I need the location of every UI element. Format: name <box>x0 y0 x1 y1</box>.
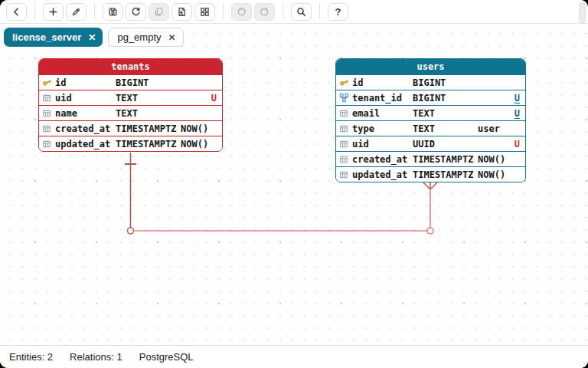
column-icon <box>42 94 51 103</box>
undo-icon <box>237 7 247 17</box>
column-row-tenants-updated_at[interactable]: updated_atTIMESTAMPTZNOW() <box>39 136 222 151</box>
toolbar: ? <box>0 0 588 24</box>
entity-header-tenants[interactable]: tenants <box>39 59 222 74</box>
toolbar-back-button[interactable] <box>6 3 27 21</box>
column-name: created_at <box>352 154 413 165</box>
toolbar-edit-button[interactable] <box>66 3 87 21</box>
column-icon <box>339 109 348 118</box>
toolbar-copy-button[interactable] <box>149 3 169 21</box>
column-type: TIMESTAMPTZ <box>116 123 181 134</box>
refresh-icon <box>131 7 141 17</box>
column-row-tenants-created_at[interactable]: created_atTIMESTAMPTZNOW() <box>39 120 222 136</box>
file-text-icon <box>177 7 187 17</box>
column-row-tenants-name[interactable]: nameTEXT <box>39 105 222 120</box>
status-dialect: PostgreSQL <box>139 351 194 363</box>
column-icon-cell <box>42 140 55 149</box>
column-icon <box>42 140 51 149</box>
column-default: user <box>478 123 500 134</box>
column-type: TIMESTAMPTZ <box>116 139 181 150</box>
tab-label: license_server <box>12 31 81 43</box>
column-row-users-updated_at[interactable]: updated_atTIMESTAMPTZNOW() <box>336 166 525 182</box>
column-type: TEXT <box>116 108 181 119</box>
entity-tenants[interactable]: tenantsidBIGINTuidTEXTUnameTEXTcreated_a… <box>38 58 223 152</box>
toolbar-group <box>43 3 87 21</box>
column-index-marker: U <box>514 108 520 119</box>
column-icon-cell <box>42 77 55 87</box>
toolbar-undo-button[interactable] <box>231 3 252 21</box>
column-row-users-tenant_id[interactable]: tenant_idBIGINTU <box>336 90 525 105</box>
column-name: type <box>352 123 413 134</box>
toolbar-group <box>231 3 275 21</box>
toolbar-refresh-button[interactable] <box>126 3 146 21</box>
column-icon-cell <box>339 140 352 149</box>
column-icon-cell <box>42 109 55 118</box>
column-default: NOW() <box>478 154 505 165</box>
column-row-tenants-id[interactable]: idBIGINT <box>39 74 222 90</box>
vertical-scrollbar-thumb[interactable] <box>579 2 586 23</box>
column-name: created_at <box>55 123 116 134</box>
entity-header-users[interactable]: users <box>336 59 525 74</box>
column-type: TIMESTAMPTZ <box>413 154 478 165</box>
redo-icon <box>260 7 270 17</box>
toolbar-group <box>103 3 215 21</box>
column-row-users-uid[interactable]: uidUUIDU <box>336 136 525 151</box>
toolbar-separator <box>94 4 95 19</box>
column-name: updated_at <box>55 139 116 150</box>
app-window: ? license_server✕pg_empty✕ tenantsidBIGI… <box>0 0 588 368</box>
column-icon-cell <box>339 155 352 164</box>
toolbar-redo-button[interactable] <box>254 3 275 21</box>
tab-close-icon[interactable]: ✕ <box>88 33 96 42</box>
key-icon <box>339 77 349 87</box>
toolbar-group <box>6 3 27 21</box>
column-icon-cell <box>339 124 352 133</box>
tab-close-icon[interactable]: ✕ <box>168 33 176 42</box>
column-row-users-created_at[interactable]: created_atTIMESTAMPTZNOW() <box>336 151 525 166</box>
toolbar-separator <box>223 4 224 19</box>
column-default: NOW() <box>181 139 208 150</box>
toolbar-group <box>291 3 312 21</box>
column-type: UUID <box>413 139 478 150</box>
column-row-users-email[interactable]: emailTEXTU <box>336 105 525 120</box>
floppy-icon <box>108 7 118 17</box>
toolbar-arrange-button[interactable] <box>194 3 215 21</box>
column-unique-marker: U <box>514 139 520 150</box>
column-row-tenants-uid[interactable]: uidTEXTU <box>39 90 222 105</box>
tab-label: pg_empty <box>117 31 161 43</box>
column-name: tenant_id <box>352 93 413 104</box>
toolbar-save-button[interactable] <box>103 3 123 21</box>
diagram-canvas[interactable]: license_server✕pg_empty✕ tenantsidBIGINT… <box>0 25 588 345</box>
column-type: BIGINT <box>116 77 181 88</box>
column-type: BIGINT <box>413 93 478 104</box>
column-index-marker: U <box>514 93 520 104</box>
toolbar-help-button[interactable]: ? <box>328 3 348 21</box>
column-icon <box>339 155 348 164</box>
column-name: id <box>55 77 116 88</box>
toolbar-search-button[interactable] <box>291 3 312 21</box>
column-type: BIGINT <box>413 77 478 88</box>
column-name: uid <box>352 139 413 150</box>
pen-icon <box>71 7 81 17</box>
toolbar-separator <box>319 4 320 19</box>
tab-license_server[interactable]: license_server✕ <box>4 28 103 47</box>
plus-icon <box>48 7 58 17</box>
column-default: NOW() <box>478 169 505 180</box>
chevron-left-icon <box>11 7 21 17</box>
toolbar-separator <box>283 4 283 19</box>
column-name: name <box>55 108 116 119</box>
entity-users[interactable]: usersidBIGINTtenant_idBIGINTUemailTEXTUt… <box>335 58 526 182</box>
column-icon-cell <box>339 109 352 118</box>
column-type: TEXT <box>116 93 181 104</box>
key-icon <box>42 77 52 87</box>
column-row-users-id[interactable]: idBIGINT <box>336 74 525 90</box>
column-icon <box>339 140 348 149</box>
column-icon-cell <box>339 93 352 103</box>
column-default: NOW() <box>181 123 208 134</box>
toolbar-export-button[interactable] <box>172 3 192 21</box>
tab-pg_empty[interactable]: pg_empty✕ <box>108 28 183 47</box>
fk-icon <box>339 93 349 103</box>
column-row-users-type[interactable]: typeTEXTuser <box>336 120 525 136</box>
toolbar-separator <box>34 4 35 19</box>
toolbar-add-table-button[interactable] <box>43 3 64 21</box>
column-name: uid <box>55 93 116 104</box>
search-icon <box>296 7 306 17</box>
